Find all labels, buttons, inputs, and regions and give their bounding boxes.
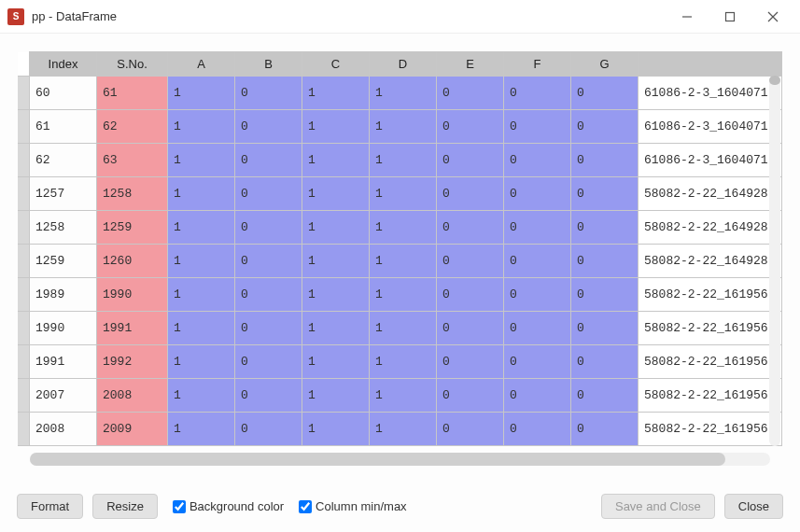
cell[interactable]: 0 bbox=[437, 110, 504, 144]
table-row[interactable]: 19891990101100058082-2-22_161956 bbox=[18, 278, 782, 312]
cell[interactable]: 61 bbox=[97, 77, 168, 110]
cell[interactable]: 1260 bbox=[97, 245, 168, 278]
cell[interactable]: 0 bbox=[235, 77, 302, 110]
cell[interactable]: 1 bbox=[370, 312, 437, 345]
column-header[interactable]: Index bbox=[30, 52, 97, 77]
cell[interactable]: 60 bbox=[30, 77, 97, 110]
cell[interactable]: 0 bbox=[504, 211, 571, 245]
cell[interactable]: 0 bbox=[235, 177, 302, 211]
cell[interactable]: 1 bbox=[370, 211, 437, 245]
cell[interactable]: 1992 bbox=[97, 345, 168, 379]
table-row[interactable]: 6061101100061086-2-3_1604071 bbox=[18, 77, 782, 110]
cell[interactable]: 1 bbox=[302, 110, 370, 144]
column-header[interactable]: S.No. bbox=[97, 52, 168, 77]
cell[interactable]: 1258 bbox=[30, 211, 97, 245]
cell[interactable]: 0 bbox=[437, 413, 504, 446]
cell[interactable]: 1 bbox=[370, 77, 437, 110]
cell[interactable]: 1990 bbox=[97, 278, 168, 312]
cell[interactable]: 63 bbox=[97, 144, 168, 177]
cell[interactable]: 0 bbox=[235, 379, 302, 413]
cell[interactable]: 0 bbox=[504, 413, 571, 446]
cell[interactable]: 1 bbox=[302, 77, 370, 110]
cell[interactable]: 0 bbox=[571, 379, 639, 413]
cell[interactable]: 0 bbox=[437, 177, 504, 211]
cell[interactable]: 58082-2-22_161956 bbox=[639, 345, 782, 379]
cell[interactable]: 0 bbox=[571, 144, 639, 177]
cell[interactable]: 58082-2-22_161956 bbox=[639, 312, 782, 345]
cell[interactable]: 0 bbox=[437, 245, 504, 278]
table-row[interactable]: 6263101100061086-2-3_1604071 bbox=[18, 144, 782, 177]
cell[interactable]: 0 bbox=[571, 345, 639, 379]
save-and-close-button[interactable]: Save and Close bbox=[601, 494, 715, 519]
cell[interactable]: 0 bbox=[437, 77, 504, 110]
close-window-button[interactable] bbox=[751, 0, 794, 34]
cell[interactable]: 1989 bbox=[30, 278, 97, 312]
column-minmax-checkbox[interactable]: Column min/max bbox=[299, 499, 407, 513]
table-row[interactable]: 6162101100061086-2-3_1604071 bbox=[18, 110, 782, 144]
cell[interactable]: 61086-2-3_1604071 bbox=[639, 77, 782, 110]
table-row[interactable]: 12581259101100058082-2-22_164928 bbox=[18, 211, 782, 245]
cell[interactable]: 58082-2-22_164928 bbox=[639, 211, 782, 245]
cell[interactable]: 0 bbox=[571, 77, 639, 110]
cell[interactable]: 58082-2-22_164928 bbox=[639, 245, 782, 278]
cell[interactable]: 0 bbox=[504, 177, 571, 211]
cell[interactable]: 61 bbox=[30, 110, 97, 144]
column-header[interactable]: E bbox=[437, 52, 504, 77]
cell[interactable]: 58082-2-22_161956 bbox=[639, 413, 782, 446]
cell[interactable]: 1 bbox=[302, 345, 370, 379]
cell[interactable]: 0 bbox=[504, 144, 571, 177]
cell[interactable]: 0 bbox=[571, 177, 639, 211]
cell[interactable]: 0 bbox=[571, 413, 639, 446]
cell[interactable]: 1 bbox=[168, 144, 235, 177]
maximize-button[interactable] bbox=[709, 0, 751, 34]
cell[interactable]: 1 bbox=[302, 211, 370, 245]
cell[interactable]: 1 bbox=[302, 312, 370, 345]
cell[interactable]: 1 bbox=[370, 110, 437, 144]
cell[interactable]: 0 bbox=[235, 211, 302, 245]
horizontal-scrollbar[interactable] bbox=[30, 453, 770, 466]
table-row[interactable]: 20072008101100058082-2-22_161956 bbox=[18, 379, 782, 413]
cell[interactable]: 0 bbox=[235, 110, 302, 144]
cell[interactable]: 58082-2-22_164928 bbox=[639, 177, 782, 211]
cell[interactable]: 1 bbox=[370, 345, 437, 379]
cell[interactable]: 1257 bbox=[30, 177, 97, 211]
cell[interactable]: 1991 bbox=[97, 312, 168, 345]
cell[interactable]: 1259 bbox=[30, 245, 97, 278]
cell[interactable]: 1 bbox=[370, 245, 437, 278]
cell[interactable]: 0 bbox=[504, 345, 571, 379]
cell[interactable]: 1258 bbox=[97, 177, 168, 211]
format-button[interactable]: Format bbox=[17, 494, 83, 519]
cell[interactable]: 1 bbox=[302, 144, 370, 177]
cell[interactable]: 0 bbox=[504, 77, 571, 110]
cell[interactable]: 1 bbox=[370, 379, 437, 413]
cell[interactable]: 2009 bbox=[97, 413, 168, 446]
cell[interactable]: 61086-2-3_1604071 bbox=[639, 110, 782, 144]
cell[interactable]: 1 bbox=[168, 245, 235, 278]
column-header[interactable]: G bbox=[571, 52, 639, 77]
cell[interactable]: 0 bbox=[437, 278, 504, 312]
cell[interactable]: 0 bbox=[571, 245, 639, 278]
table-row[interactable]: 12571258101100058082-2-22_164928 bbox=[18, 177, 782, 211]
cell[interactable]: 0 bbox=[437, 312, 504, 345]
background-color-checkbox[interactable]: Background color bbox=[173, 499, 284, 513]
cell[interactable]: 0 bbox=[437, 211, 504, 245]
cell[interactable]: 0 bbox=[437, 144, 504, 177]
column-header[interactable]: A bbox=[168, 52, 235, 77]
cell[interactable]: 2008 bbox=[97, 379, 168, 413]
cell[interactable]: 1 bbox=[168, 312, 235, 345]
cell[interactable]: 0 bbox=[235, 278, 302, 312]
cell[interactable]: 1 bbox=[302, 413, 370, 446]
cell[interactable]: 0 bbox=[504, 110, 571, 144]
cell[interactable]: 1 bbox=[370, 144, 437, 177]
column-header[interactable]: C bbox=[302, 52, 370, 77]
column-header[interactable]: D bbox=[370, 52, 437, 77]
minimize-button[interactable] bbox=[666, 0, 709, 34]
cell[interactable]: 0 bbox=[571, 211, 639, 245]
cell[interactable]: 0 bbox=[504, 245, 571, 278]
cell[interactable]: 1 bbox=[302, 177, 370, 211]
close-button[interactable]: Close bbox=[724, 494, 783, 519]
table-row[interactable]: 20082009101100058082-2-22_161956 bbox=[18, 413, 782, 446]
cell[interactable]: 0 bbox=[235, 345, 302, 379]
resize-button[interactable]: Resize bbox=[92, 494, 158, 519]
cell[interactable]: 62 bbox=[30, 144, 97, 177]
